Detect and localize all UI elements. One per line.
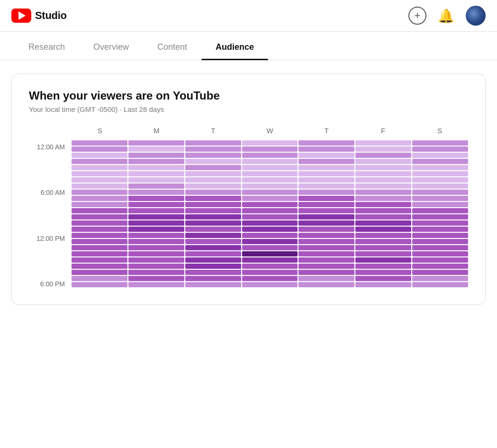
heatmap-cell [242,171,298,176]
heatmap-cell [185,208,241,213]
heatmap-cell [72,282,127,287]
youtube-studio-logo: Studio [11,9,67,23]
heatmap-cell [298,227,354,232]
heatmap-cell [128,214,184,219]
heatmap-cell [128,257,184,263]
heatmap-col-3 [242,140,298,287]
heatmap-cell [242,165,298,170]
heatmap-cell [412,233,468,238]
heatmap-cell [185,171,241,176]
tab-content[interactable]: Content [143,32,201,60]
heatmap-col-0 [72,140,127,287]
heatmap-cell [185,251,241,256]
heatmap-cell [412,227,468,232]
heatmap-cell [298,245,354,250]
day-header-wed: W [242,127,298,137]
heatmap-cell [298,140,354,146]
heatmap-right: S M T W T F S [72,127,468,287]
notifications-button[interactable]: 🔔 [438,8,454,24]
heatmap-cell [412,159,468,164]
heatmap-cell [355,153,411,158]
heatmap-cell [185,282,241,287]
heatmap-cell [355,196,411,201]
day-header-tue1: T [185,127,242,137]
heatmap-col-2 [185,140,241,287]
heatmap-cell [185,146,241,152]
youtube-icon [11,9,31,23]
heatmap-cell [298,251,354,256]
heatmap-cell [412,214,468,219]
header-right: + 🔔 [408,6,486,26]
heatmap-cell [72,177,127,183]
heatmap-cell [412,171,468,176]
heatmap-cell [72,214,127,219]
heatmap-cell [242,190,298,195]
heatmap-cell [355,227,411,232]
heatmap-cell [242,214,298,219]
heatmap-cell [298,153,354,158]
heatmap-cell [298,202,354,207]
heatmap-cell [128,196,184,201]
heatmap-cell [242,220,298,226]
heatmap-cell [72,220,127,226]
heatmap-y-labels: 12:00 AM 6:00 AM 12:00 PM 6:00 PM [29,127,72,287]
heatmap-cell [185,202,241,207]
day-header-fri: F [355,127,412,137]
heatmap-cell [298,270,354,275]
nav-tabs: Research Overview Content Audience [0,32,497,60]
heatmap-cell [355,276,411,281]
heatmap-col-4 [298,140,354,287]
heatmap-cell [185,214,241,219]
heatmap-cell [72,165,127,170]
heatmap-cell [412,183,468,189]
heatmap-cell [298,239,354,244]
heatmap-cell [412,140,468,146]
heatmap-cell [72,153,127,158]
heatmap-cell [298,264,354,269]
heatmap-cell [185,220,241,226]
create-button[interactable]: + [408,7,426,25]
tab-overview[interactable]: Overview [79,32,143,60]
heatmap-col-1 [128,140,184,287]
heatmap-cell [242,196,298,201]
heatmap-cell [185,276,241,281]
heatmap-cell [242,245,298,250]
avatar[interactable] [466,6,486,26]
circle-plus-icon: + [408,7,426,25]
tab-research[interactable]: Research [14,32,79,60]
heatmap-cell [242,177,298,183]
heatmap-cell [185,264,241,269]
heatmap-cell [72,202,127,207]
bell-icon: 🔔 [438,8,454,24]
heatmap-cell [128,282,184,287]
heatmap-cell [128,146,184,152]
day-header-thu: T [298,127,355,137]
heatmap-cell [242,270,298,275]
heatmap-cell [298,208,354,213]
heatmap-cell [242,233,298,238]
heatmap-cell [412,257,468,263]
tab-audience[interactable]: Audience [201,32,268,60]
heatmap-cell [185,233,241,238]
heatmap-cell [242,257,298,263]
heatmap-cell [355,208,411,213]
heatmap-cell [298,190,354,195]
heatmap-cell [355,146,411,152]
heatmap-cell [128,227,184,232]
heatmap-cell [242,183,298,189]
heatmap-cell [72,233,127,238]
heatmap-cell [355,177,411,183]
heatmap-cell [355,270,411,275]
heatmap-cell [128,190,184,195]
heatmap-cell [298,171,354,176]
day-header-sat: S [411,127,468,137]
heatmap-cell [72,264,127,269]
day-header-mon: M [128,127,185,137]
heatmap-cell [412,153,468,158]
heatmap-cell [242,264,298,269]
heatmap-cell [242,146,298,152]
heatmap-cell [355,245,411,250]
heatmap-cell [298,214,354,219]
heatmap-cell [128,202,184,207]
heatmap-cell [185,245,241,250]
